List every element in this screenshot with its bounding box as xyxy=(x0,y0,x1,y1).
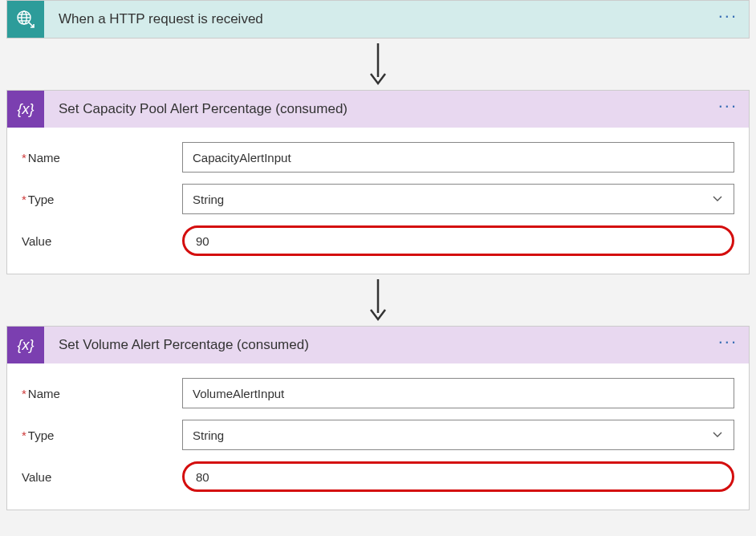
type-label: *Type xyxy=(22,193,182,206)
action-menu-button-capacity[interactable]: ··· xyxy=(718,102,738,116)
action-card-capacity[interactable]: {x} Set Capacity Pool Alert Percentage (… xyxy=(6,90,750,274)
value-label: Value xyxy=(22,234,182,248)
name-label: *Name xyxy=(22,151,182,164)
variable-icon: {x} xyxy=(7,91,44,128)
form-row-type: *Type String xyxy=(22,184,734,214)
type-select[interactable]: String xyxy=(182,420,734,450)
trigger-title: When a HTTP request is received xyxy=(44,11,718,27)
name-input[interactable]: VolumeAlertInput xyxy=(182,378,734,408)
action-body-volume: *Name VolumeAlertInput *Type String Valu… xyxy=(7,363,749,510)
chevron-down-icon xyxy=(711,428,724,443)
variable-icon: {x} xyxy=(7,327,44,363)
form-row-name: *Name CapacityAlertInput xyxy=(22,142,734,173)
action-header-volume[interactable]: {x} Set Volume Alert Percentage (consume… xyxy=(7,327,749,363)
type-label: *Type xyxy=(22,428,182,442)
action-menu-button-volume[interactable]: ··· xyxy=(718,338,738,352)
value-input[interactable]: 80 xyxy=(182,461,734,492)
form-row-name: *Name VolumeAlertInput xyxy=(22,378,734,408)
type-select[interactable]: String xyxy=(182,184,734,214)
name-label: *Name xyxy=(22,387,182,400)
action-title-capacity: Set Capacity Pool Alert Percentage (cons… xyxy=(44,101,718,117)
name-input[interactable]: CapacityAlertInput xyxy=(182,142,734,173)
trigger-menu-button[interactable]: ··· xyxy=(718,12,738,26)
form-row-value: Value 80 xyxy=(22,461,734,492)
form-row-value: Value 90 xyxy=(22,225,734,256)
action-header-capacity[interactable]: {x} Set Capacity Pool Alert Percentage (… xyxy=(7,91,749,128)
value-label: Value xyxy=(22,470,182,484)
value-input[interactable]: 90 xyxy=(182,225,734,256)
action-body-capacity: *Name CapacityAlertInput *Type String Va… xyxy=(7,128,749,274)
trigger-header[interactable]: When a HTTP request is received ··· xyxy=(7,1,749,38)
form-row-type: *Type String xyxy=(22,420,734,450)
flow-canvas: When a HTTP request is received ··· {x} … xyxy=(0,0,756,510)
http-request-icon xyxy=(7,1,44,38)
arrow-connector xyxy=(0,39,756,90)
trigger-card[interactable]: When a HTTP request is received ··· xyxy=(6,0,750,39)
arrow-connector xyxy=(0,274,756,326)
action-card-volume[interactable]: {x} Set Volume Alert Percentage (consume… xyxy=(6,326,750,510)
chevron-down-icon xyxy=(711,192,724,207)
action-title-volume: Set Volume Alert Percentage (consumed) xyxy=(44,337,718,353)
